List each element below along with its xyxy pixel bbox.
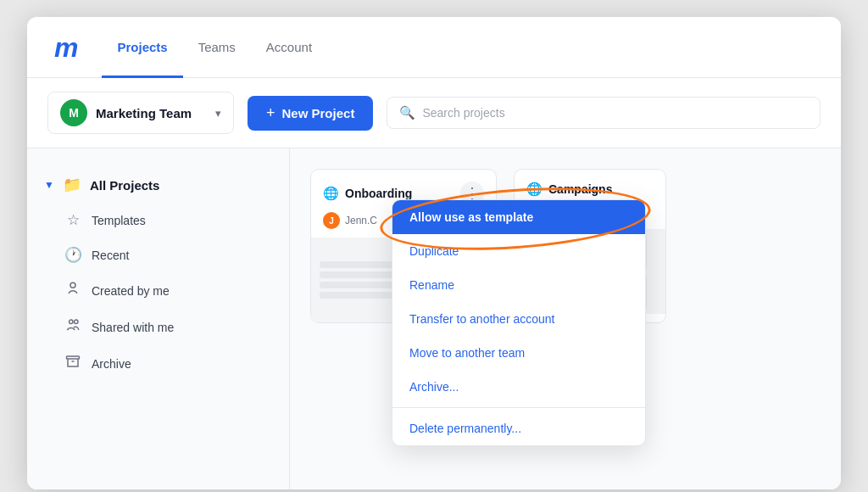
search-icon: 🔍: [399, 105, 415, 120]
card-title: 🌐 Campaigns: [526, 182, 612, 197]
search-box[interactable]: 🔍 Search projects: [387, 97, 821, 129]
sidebar-item-templates[interactable]: ☆ Templates: [27, 203, 289, 238]
content-area: 🌐 Onboarding ⋮ J Jenn.C: [290, 148, 841, 489]
menu-item-archive[interactable]: Archive...: [392, 370, 645, 404]
clock-icon: 🕐: [64, 246, 81, 264]
svg-rect-3: [67, 356, 80, 359]
user-avatar: J: [323, 212, 340, 229]
menu-item-rename[interactable]: Rename: [392, 268, 645, 302]
sidebar-item-shared-with-me[interactable]: Shared with me: [27, 309, 289, 345]
search-placeholder: Search projects: [422, 106, 504, 120]
menu-item-move-team[interactable]: Move to another team: [392, 336, 645, 370]
chevron-down-icon: ▾: [215, 107, 221, 120]
folder-icon: 📁: [63, 176, 81, 194]
sidebar-item-created-by-me[interactable]: Created by me: [27, 272, 289, 309]
sidebar-item-recent[interactable]: 🕐 Recent: [27, 238, 289, 272]
svg-point-0: [70, 282, 75, 288]
star-icon: ☆: [64, 211, 81, 229]
sidebar-item-archive[interactable]: Archive: [27, 345, 289, 382]
menu-item-allow-template[interactable]: Allow use as template: [392, 200, 645, 234]
card-header: 🌐 Campaigns: [515, 170, 665, 204]
archive-icon: [64, 354, 81, 373]
globe-icon: 🌐: [526, 182, 542, 197]
svg-point-1: [70, 320, 74, 324]
main-content: ▼ 📁 All Projects ☆ Templates 🕐 Recent C: [27, 148, 841, 489]
menu-item-delete[interactable]: Delete permanently...: [392, 411, 645, 445]
sidebar-section-projects: ▼ 📁 All Projects ☆ Templates 🕐 Recent C: [27, 162, 289, 387]
sub-header: M Marketing Team ▾ + New Project 🔍 Searc…: [27, 78, 841, 148]
tab-account[interactable]: Account: [251, 18, 327, 78]
tab-projects[interactable]: Projects: [102, 18, 182, 78]
new-project-button[interactable]: + New Project: [248, 96, 373, 131]
globe-icon: 🌐: [323, 186, 339, 201]
top-nav: m Projects Teams Account: [27, 17, 841, 78]
sidebar-all-projects[interactable]: ▼ 📁 All Projects: [27, 167, 289, 203]
nav-tabs: Projects Teams Account: [102, 17, 327, 77]
menu-divider: [392, 407, 645, 408]
context-menu: Allow use as template Duplicate Rename T…: [392, 199, 646, 446]
plus-icon: +: [266, 104, 275, 122]
svg-point-2: [75, 320, 79, 324]
team-selector[interactable]: M Marketing Team ▾: [47, 92, 234, 134]
menu-item-duplicate[interactable]: Duplicate: [392, 234, 645, 268]
user-icon: [64, 281, 81, 300]
users-icon: [64, 317, 81, 337]
team-name: Marketing Team: [96, 106, 207, 120]
team-avatar: M: [60, 99, 87, 126]
arrow-icon: ▼: [44, 179, 54, 191]
sidebar: ▼ 📁 All Projects ☆ Templates 🕐 Recent C: [27, 148, 290, 489]
menu-item-transfer-account[interactable]: Transfer to another account: [392, 302, 645, 336]
app-logo: m: [54, 34, 78, 61]
app-window: m Projects Teams Account M Marketing Tea…: [27, 17, 841, 489]
tab-teams[interactable]: Teams: [183, 18, 251, 78]
